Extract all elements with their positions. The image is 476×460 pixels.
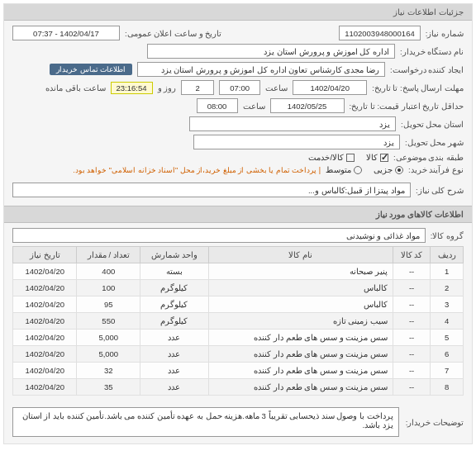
cell-name: سس مزینت و سس های طعم دار کننده — [208, 346, 393, 363]
valid-time-field: 08:00 — [197, 98, 238, 113]
countdown-timer: 23:16:54 — [111, 82, 153, 94]
col-header: کد کالا — [393, 247, 431, 263]
city-field: یزد — [193, 135, 400, 149]
table-row: 8--سس مزینت و سس های طعم دار کنندهعدد351… — [13, 379, 464, 396]
requester-field: رضا مجدی کارشناس تعاون اداره کل اموزش و … — [137, 62, 385, 77]
cell-date: 1402/04/20 — [13, 330, 77, 346]
day-and-label: روز و — [158, 83, 177, 92]
cell-date: 1402/04/20 — [13, 379, 77, 396]
remain-label: ساعت باقی مانده — [45, 83, 105, 92]
cell-name: پنیر صبحانه — [208, 263, 393, 280]
group-field: مواد غذائی و نوشیدنی — [12, 228, 426, 243]
cell-name: کالباس — [208, 280, 393, 296]
cell-date: 1402/04/20 — [13, 263, 77, 280]
province-field: یزد — [189, 116, 396, 131]
cell-n: 1 — [431, 263, 464, 280]
valid-date-field: 1402/05/25 — [270, 98, 345, 113]
cell-unit: بسته — [140, 263, 209, 280]
cell-n: 6 — [431, 346, 464, 363]
purchase-radios: جزیی متوسط — [326, 165, 403, 174]
buyer-org-label: نام دستگاه خریدار: — [400, 47, 464, 56]
cell-qty: 35 — [77, 379, 140, 396]
cell-qty: 5,000 — [77, 346, 140, 363]
need-no-label: شماره نیاز: — [426, 29, 464, 38]
cell-qty: 32 — [77, 363, 140, 379]
subject-checks: کالا کالا/خدمت — [308, 153, 388, 162]
deadline-label: مهلت ارسال پاسخ: تا تاریخ: — [372, 83, 464, 92]
deadline-time-label: ساعت — [265, 83, 288, 92]
col-header: تعداد / مقدار — [77, 247, 140, 263]
cell-n: 4 — [431, 313, 464, 330]
good-checkbox[interactable] — [380, 154, 388, 162]
table-row: 7--سس مزینت و سس های طعم دار کنندهعدد321… — [13, 363, 464, 379]
medium-label: متوسط — [326, 165, 351, 174]
cell-code: -- — [393, 346, 431, 363]
col-header: واحد شمارش — [140, 247, 209, 263]
cell-unit: عدد — [140, 330, 209, 346]
medium-radio[interactable] — [354, 166, 362, 174]
group-label: گروه کالا: — [431, 231, 464, 240]
buyer-notes-label: توضیحات خریدار: — [406, 418, 464, 427]
service-checkbox[interactable] — [346, 154, 355, 162]
items-table: ردیفکد کالانام کالاواحد شمارشتعداد / مقد… — [12, 246, 464, 396]
good-label: کالا — [366, 153, 378, 162]
contact-button[interactable]: اطلاعات تماس خریدار — [50, 64, 132, 75]
cell-name: سس مزینت و سس های طعم دار کننده — [208, 330, 393, 346]
cell-name: کالباس — [208, 296, 393, 313]
col-header: تاریخ نیاز — [13, 247, 77, 263]
cell-date: 1402/04/20 — [13, 313, 77, 330]
col-header: ردیف — [431, 247, 464, 263]
cell-name: سیب زمینی تازه — [208, 313, 393, 330]
buyer-notes-field: پرداخت با وصول سند ذیحسابی تقریباً 3 ماه… — [12, 407, 399, 437]
minor-label: جزیی — [374, 165, 393, 174]
table-row: 1--پنیر صبحانهبسته4001402/04/20 — [13, 263, 464, 280]
cell-name: سس مزینت و سس های طعم دار کننده — [208, 363, 393, 379]
cell-code: -- — [393, 330, 431, 346]
cell-date: 1402/04/20 — [13, 363, 77, 379]
cell-unit: کیلوگرم — [140, 296, 209, 313]
table-row: 4--سیب زمینی تازهکیلوگرم5501402/04/20 — [13, 313, 464, 330]
valid-label: حداقل تاریخ اعتبار قیمت: تا تاریخ: — [350, 102, 464, 111]
cell-qty: 550 — [77, 313, 140, 330]
cell-name: سس مزینت و سس های طعم دار کننده — [208, 379, 393, 396]
panel-title: جزئیات اطلاعات نیاز — [4, 4, 472, 21]
cell-qty: 100 — [77, 280, 140, 296]
overview-field: مواد پیتزا از قبیل:کالباس و... — [12, 183, 411, 197]
cell-n: 5 — [431, 330, 464, 346]
cell-code: -- — [393, 296, 431, 313]
cell-code: -- — [393, 280, 431, 296]
purchase-type-label: نوع فرآیند خرید: — [408, 165, 464, 174]
province-label: استان محل تحویل: — [401, 120, 464, 129]
days-remain-field: 2 — [181, 80, 214, 95]
city-label: شهر محل تحویل: — [405, 138, 464, 147]
cell-n: 7 — [431, 363, 464, 379]
cell-n: 8 — [431, 379, 464, 396]
table-row: 6--سس مزینت و سس های طعم دار کنندهعدد5,0… — [13, 346, 464, 363]
buyer-org-field: اداره کل اموزش و پرورش استان یزد — [147, 44, 395, 59]
announce-field: 1402/04/17 - 07:37 — [12, 26, 120, 40]
minor-radio[interactable] — [395, 166, 403, 174]
cell-code: -- — [393, 363, 431, 379]
overview-label: شرح کلی نیاز: — [416, 186, 464, 195]
cell-code: -- — [393, 263, 431, 280]
service-label: کالا/خدمت — [308, 153, 344, 162]
table-row: 2--کالباسکیلوگرم1001402/04/20 — [13, 280, 464, 296]
announce-label: تاریخ و ساعت اعلان عمومی: — [125, 29, 221, 38]
requester-label: ایجاد کننده درخواست: — [390, 65, 464, 74]
col-header: نام کالا — [208, 247, 393, 263]
cell-n: 3 — [431, 296, 464, 313]
deadline-date-field: 1402/04/20 — [293, 80, 367, 95]
cell-unit: کیلوگرم — [140, 313, 209, 330]
valid-time-label: ساعت — [243, 102, 265, 111]
items-header: اطلاعات کالاهای مورد نیاز — [4, 206, 472, 223]
cell-unit: عدد — [140, 346, 209, 363]
subject-cat-label: طبقه بندی موضوعی: — [393, 153, 464, 162]
cell-date: 1402/04/20 — [13, 346, 77, 363]
cell-unit: عدد — [140, 363, 209, 379]
main-panel: جزئیات اطلاعات نیاز شماره نیاز: 11020039… — [3, 3, 473, 444]
deadline-time-field: 07:00 — [219, 80, 260, 95]
cell-unit: کیلوگرم — [140, 280, 209, 296]
cell-date: 1402/04/20 — [13, 280, 77, 296]
cell-unit: عدد — [140, 379, 209, 396]
cell-qty: 5,000 — [77, 330, 140, 346]
